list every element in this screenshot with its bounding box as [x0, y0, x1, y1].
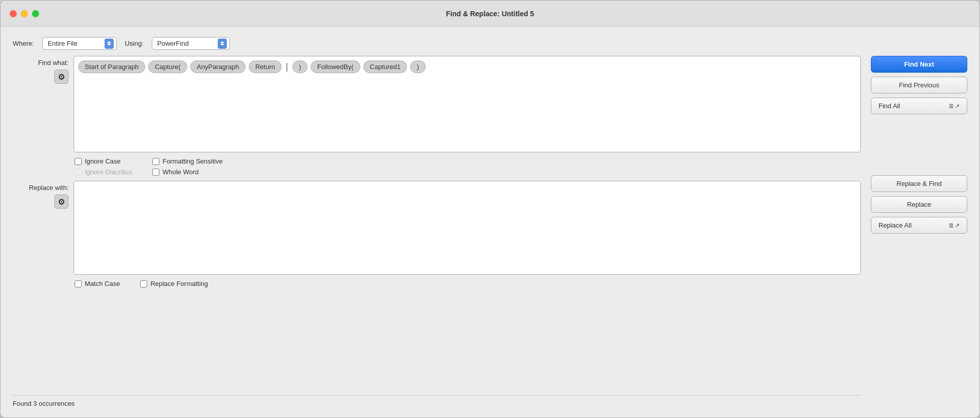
replace-field-row: Replace with: ⚙: [13, 181, 861, 275]
window: Find & Replace: Untitled 5 Where: Entire…: [0, 0, 980, 418]
replace-token-box[interactable]: [74, 181, 861, 275]
match-case-checkbox[interactable]: [75, 280, 82, 287]
find-options-row: Ignore Case Ignore Diacritics Formatting…: [13, 157, 861, 176]
replace-gear-icon: ⚙: [58, 197, 65, 207]
formatting-sensitive-item: Formatting Sensitive: [152, 157, 223, 165]
replace-label: Replace with:: [29, 184, 69, 191]
replace-options-col-right: Replace Formatting: [140, 280, 208, 287]
find-all-button[interactable]: Find All 🗎↗: [871, 98, 967, 114]
find-label-area: Find what: ⚙: [13, 56, 69, 84]
minimize-button[interactable]: [21, 10, 28, 17]
find-token-box[interactable]: Start of ParagraphCapture(AnyParagraphRe…: [74, 56, 861, 152]
ignore-diacritics-item: Ignore Diacritics: [75, 168, 132, 176]
replace-formatting-checkbox[interactable]: [140, 280, 147, 287]
replace-options-row: Match Case Replace Formatting: [13, 280, 861, 287]
where-select[interactable]: Entire FileSelectionCurrent Document: [42, 37, 117, 50]
ignore-diacritics-checkbox: [75, 169, 82, 176]
spacer-3: [871, 147, 967, 157]
find-options-col-left: Ignore Case Ignore Diacritics: [75, 157, 132, 176]
find-token[interactable]: ): [292, 60, 308, 73]
find-next-button[interactable]: Find Next: [871, 56, 967, 73]
spacer-2: [871, 133, 967, 143]
replace-button[interactable]: Replace: [871, 196, 967, 213]
top-row: Where: Entire FileSelectionCurrent Docum…: [13, 37, 967, 50]
whole-word-item: Whole Word: [152, 168, 223, 176]
replace-formatting-label[interactable]: Replace Formatting: [150, 280, 208, 287]
replace-all-label: Replace All: [878, 221, 911, 229]
replace-options-col-left: Match Case: [75, 280, 120, 287]
spacer-1: [871, 118, 967, 128]
content-area: Where: Entire FileSelectionCurrent Docum…: [1, 27, 979, 417]
token-pipe: |: [286, 61, 288, 72]
ignore-case-label[interactable]: Ignore Case: [85, 157, 121, 165]
replace-find-button[interactable]: Replace & Find: [871, 175, 967, 192]
find-options-col-right: Formatting Sensitive Whole Word: [152, 157, 223, 176]
find-token[interactable]: Capture(: [148, 60, 187, 73]
find-label: Find what:: [38, 59, 69, 67]
spacer-4: [871, 161, 967, 171]
replace-formatting-item: Replace Formatting: [140, 280, 208, 287]
ignore-case-item: Ignore Case: [75, 157, 132, 165]
find-token[interactable]: AnyParagraph: [190, 60, 246, 73]
match-case-item: Match Case: [75, 280, 120, 287]
find-token[interactable]: Start of Paragraph: [78, 60, 145, 73]
right-section: Find Next Find Previous Find All 🗎↗ Repl…: [871, 56, 967, 409]
match-case-label[interactable]: Match Case: [85, 280, 120, 287]
replace-all-button[interactable]: Replace All 🗎↗: [871, 217, 967, 234]
where-label: Where:: [13, 40, 34, 47]
whole-word-checkbox[interactable]: [152, 169, 159, 176]
close-button[interactable]: [10, 10, 17, 17]
maximize-button[interactable]: [32, 10, 39, 17]
find-field-row: Find what: ⚙ Start of ParagraphCapture(A…: [13, 56, 861, 152]
find-token[interactable]: ): [410, 60, 425, 73]
replace-label-area: Replace with: ⚙: [13, 181, 69, 209]
window-title: Find & Replace: Untitled 5: [446, 10, 534, 18]
status-bar: Found 3 occurrences: [13, 395, 861, 409]
formatting-sensitive-label[interactable]: Formatting Sensitive: [162, 157, 223, 165]
status-text: Found 3 occurrences: [13, 400, 75, 407]
ignore-case-checkbox[interactable]: [75, 158, 82, 165]
whole-word-label[interactable]: Whole Word: [162, 168, 198, 176]
formatting-sensitive-checkbox[interactable]: [152, 158, 159, 165]
title-bar: Find & Replace: Untitled 5: [1, 1, 979, 27]
find-all-label: Find All: [878, 102, 900, 110]
find-token[interactable]: Return: [249, 60, 282, 73]
find-token[interactable]: FollowedBy(: [311, 60, 360, 73]
where-select-wrapper: Entire FileSelectionCurrent Document: [42, 37, 117, 50]
using-select[interactable]: PowerFindRegular ExpressionSimple: [152, 37, 230, 50]
find-previous-button[interactable]: Find Previous: [871, 77, 967, 93]
window-controls: [10, 10, 39, 17]
using-label: Using:: [125, 40, 144, 47]
ignore-diacritics-label: Ignore Diacritics: [85, 168, 132, 176]
find-token[interactable]: Captured1: [363, 60, 408, 73]
replace-all-icon: 🗎↗: [949, 222, 960, 229]
using-select-wrapper: PowerFindRegular ExpressionSimple: [152, 37, 230, 50]
find-all-icon: 🗎↗: [949, 103, 960, 110]
left-section: Find what: ⚙ Start of ParagraphCapture(A…: [13, 56, 861, 409]
find-gear-button[interactable]: ⚙: [54, 70, 69, 84]
find-gear-icon: ⚙: [58, 72, 65, 82]
main-area: Find what: ⚙ Start of ParagraphCapture(A…: [13, 56, 967, 409]
replace-gear-button[interactable]: ⚙: [54, 195, 69, 209]
